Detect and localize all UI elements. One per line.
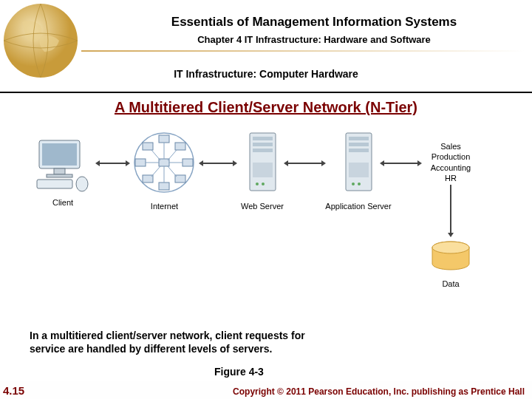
svg-rect-28 (253, 149, 273, 152)
svg-rect-2 (42, 143, 77, 166)
client-node: Client (30, 137, 96, 207)
svg-marker-41 (448, 233, 454, 237)
arrow-internet-web (203, 163, 233, 164)
gold-rule (81, 50, 525, 52)
svg-rect-35 (349, 149, 369, 152)
internet-label: Internet (129, 202, 200, 211)
svg-rect-26 (253, 137, 273, 140)
service-item: HR (422, 173, 480, 183)
server-icon (338, 129, 379, 196)
app-server-label: Application Server (325, 202, 392, 211)
arrow-app-svc (384, 163, 417, 164)
arrow-web-app (288, 163, 321, 164)
web-server-node: Web Server (236, 129, 288, 211)
svg-rect-32 (346, 133, 372, 191)
web-server-label: Web Server (236, 202, 288, 211)
svg-rect-29 (253, 163, 273, 177)
svg-line-21 (151, 150, 160, 160)
service-list: Sales Production Accounting HR (421, 140, 480, 184)
slide-number: 4.15 (3, 384, 24, 397)
service-item: Accounting (422, 163, 480, 173)
svg-line-24 (168, 166, 177, 177)
arrow-svc-data (443, 185, 458, 240)
svg-point-38 (358, 183, 361, 185)
svg-rect-25 (250, 133, 276, 191)
svg-rect-11 (183, 159, 193, 166)
data-node: Data (425, 240, 477, 288)
svg-point-37 (352, 183, 355, 185)
svg-rect-9 (159, 183, 169, 190)
section-subhead: IT Infrastructure: Computer Hardware (0, 68, 532, 80)
app-server-node: Application Server (325, 129, 392, 211)
caption-text: In a multitiered client/server network, … (30, 329, 325, 355)
client-icon (33, 137, 92, 192)
slide-section-title: A Multitiered Client/Server Network (N-T… (0, 99, 532, 116)
svg-line-22 (168, 150, 177, 160)
client-label: Client (30, 198, 96, 207)
figure-reference: Figure 4-3 (214, 366, 264, 378)
svg-rect-33 (349, 137, 369, 140)
svg-rect-8 (159, 135, 169, 143)
service-item: Production (422, 151, 480, 162)
ntier-diagram: Client Internet (30, 129, 510, 277)
database-icon (429, 240, 473, 273)
data-label: Data (425, 279, 477, 288)
svg-line-23 (151, 166, 160, 177)
arrow-client-internet (100, 163, 126, 164)
internet-node: Internet (129, 129, 200, 211)
svg-point-30 (256, 183, 259, 185)
chapter-title: Chapter 4 IT Infrastructure: Hardware an… (115, 34, 514, 45)
internet-icon (129, 129, 200, 196)
service-item: Sales (422, 141, 480, 151)
svg-rect-5 (37, 180, 72, 188)
svg-rect-12 (143, 143, 153, 150)
svg-rect-3 (54, 168, 65, 174)
svg-rect-13 (175, 143, 185, 150)
svg-point-6 (76, 177, 88, 191)
svg-point-31 (262, 183, 265, 185)
svg-rect-36 (349, 163, 369, 177)
svg-rect-27 (253, 143, 273, 146)
svg-rect-34 (349, 143, 369, 146)
svg-point-43 (432, 242, 469, 253)
copyright-text: Copyright © 2011 Pearson Education, Inc.… (233, 386, 525, 397)
svg-rect-10 (135, 159, 146, 166)
server-icon (242, 129, 283, 196)
book-title: Essentials of Management Information Sys… (115, 15, 514, 30)
divider (0, 92, 532, 93)
svg-rect-4 (47, 174, 72, 177)
